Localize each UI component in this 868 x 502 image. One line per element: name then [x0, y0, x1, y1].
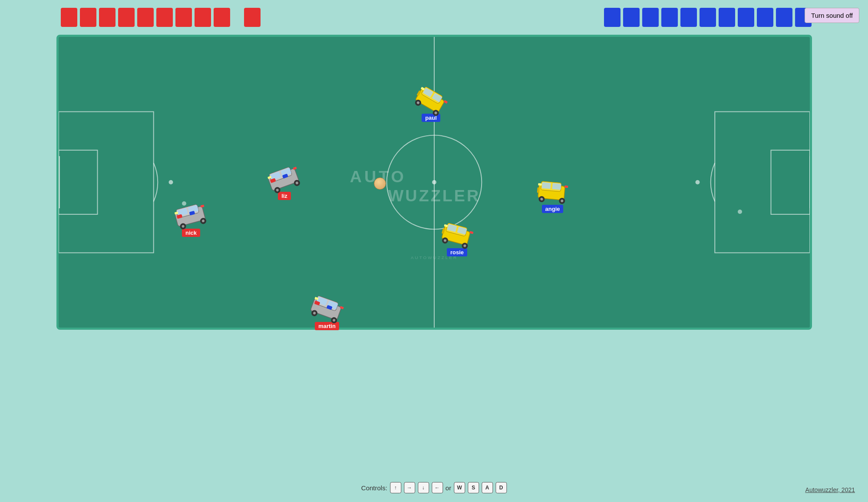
svg-text:WUZZLER: WUZZLER	[388, 187, 481, 205]
svg-point-10	[696, 180, 700, 184]
soccer-field: AUTO WUZZLER AUTOWUZZLER	[56, 35, 812, 330]
key-a[interactable]: A	[482, 482, 493, 493]
svg-rect-8	[771, 150, 810, 214]
svg-rect-80	[538, 183, 541, 186]
red-dot-1	[61, 8, 77, 27]
svg-point-6	[169, 180, 173, 184]
field-container: AUTO WUZZLER AUTOWUZZLER	[56, 35, 812, 330]
svg-rect-37	[293, 167, 297, 170]
right-penalty-spot	[738, 210, 742, 214]
svg-rect-25	[201, 205, 205, 208]
red-dot-10	[244, 8, 261, 27]
label-angie: angie	[542, 205, 564, 213]
key-d[interactable]: D	[495, 482, 507, 493]
svg-rect-75	[552, 183, 561, 190]
blue-score-bar	[604, 8, 812, 27]
player-angie: angie	[536, 180, 569, 213]
blue-dot-6	[700, 8, 716, 27]
player-nick: nick	[174, 204, 208, 237]
car-martin	[307, 292, 347, 326]
blue-dot-2	[623, 8, 640, 27]
car-nick	[171, 200, 211, 232]
key-right[interactable]: →	[404, 482, 415, 493]
red-dot-3	[99, 8, 116, 27]
red-dot-7	[175, 8, 192, 27]
blue-dot-3	[642, 8, 659, 27]
blue-dot-1	[604, 8, 620, 27]
player-liz: liz	[267, 167, 302, 200]
car-angie	[535, 179, 570, 205]
blue-dot-7	[719, 8, 735, 27]
key-left[interactable]: ←	[432, 482, 443, 493]
red-dot-2	[80, 8, 96, 27]
ball	[374, 177, 386, 190]
field-lines: AUTO WUZZLER AUTOWUZZLER	[59, 37, 810, 328]
key-w[interactable]: W	[454, 482, 465, 493]
key-up[interactable]: ↑	[390, 482, 401, 493]
red-dot-6	[156, 8, 173, 27]
turn-sound-button[interactable]: Turn sound off	[805, 8, 859, 23]
svg-rect-3	[59, 112, 154, 253]
red-dot-8	[195, 8, 211, 27]
svg-rect-81	[564, 185, 568, 188]
red-score-bar	[61, 8, 261, 27]
controls-or: or	[446, 484, 451, 492]
svg-rect-4	[59, 150, 97, 214]
credit-link[interactable]: Autowuzzler, 2021	[805, 486, 855, 493]
red-dot-5	[137, 8, 154, 27]
svg-rect-74	[542, 182, 551, 189]
car-liz	[264, 162, 305, 196]
car-rosie	[438, 220, 476, 251]
blue-dot-4	[661, 8, 678, 27]
svg-rect-7	[715, 112, 810, 253]
blue-dot-10	[776, 8, 792, 27]
blue-dot-9	[757, 8, 773, 27]
svg-rect-59	[444, 100, 448, 104]
red-dot-4	[118, 8, 135, 27]
key-down[interactable]: ↓	[418, 482, 429, 493]
player-martin: martin	[310, 297, 344, 330]
player-paul: paul	[415, 89, 447, 122]
blue-dot-8	[738, 8, 754, 27]
red-dot-9	[214, 8, 230, 27]
left-penalty-spot	[182, 201, 186, 206]
controls-bar: Controls: ↑ → ↓ ← or W S A D	[361, 482, 507, 493]
player-rosie: rosie	[441, 223, 473, 256]
blue-dot-5	[680, 8, 697, 27]
key-s[interactable]: S	[468, 482, 479, 493]
svg-rect-82	[537, 187, 540, 193]
controls-label: Controls:	[361, 484, 387, 492]
svg-point-2	[432, 180, 436, 184]
